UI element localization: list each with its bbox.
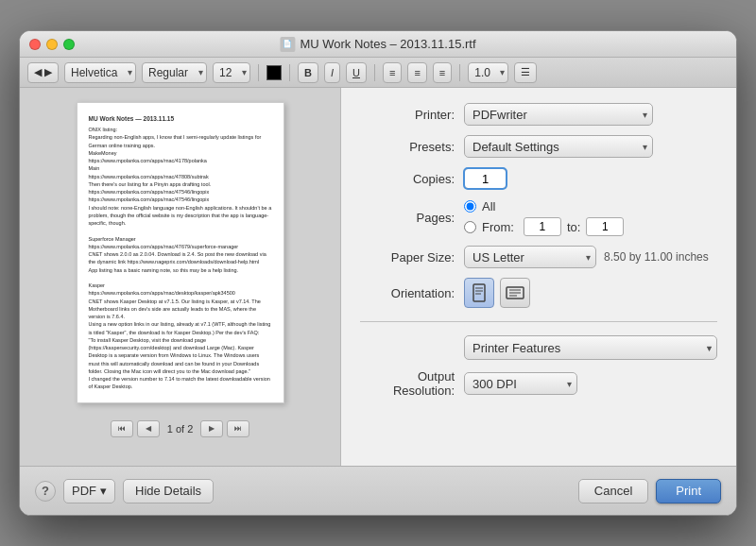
toolbar-divider-2: [289, 64, 290, 81]
settings-pane: Printer: PDFwriter Presets: Default Sett…: [341, 88, 736, 466]
presets-label: Presets:: [360, 140, 464, 154]
align-center-button[interactable]: ≡: [407, 62, 426, 83]
portrait-button[interactable]: [464, 278, 494, 308]
cancel-button[interactable]: Cancel: [578, 479, 648, 503]
pages-from-radio[interactable]: [464, 221, 476, 233]
size-select-wrapper: 12: [213, 62, 250, 83]
printer-select-wrapper: PDFwriter: [464, 103, 653, 126]
window-title: 📄 MU Work Notes – 2013.11.15.rtf: [280, 37, 475, 52]
bold-button[interactable]: B: [298, 62, 318, 83]
paper-size-select-wrapper: US Letter: [464, 246, 596, 268]
copies-input[interactable]: [464, 168, 507, 189]
minimize-button[interactable]: [46, 39, 58, 50]
preview-navigation: ⏮ ◀ 1 of 2 ▶ ⏭: [111, 420, 250, 437]
size-select[interactable]: 12: [213, 62, 250, 83]
pages-from-row: From: to:: [464, 217, 624, 236]
pages-to-label: to:: [567, 220, 580, 234]
pages-all-label: All: [482, 199, 495, 213]
spacing-select[interactable]: 1.0: [468, 62, 508, 83]
orientation-buttons: [464, 278, 530, 308]
pages-all-row: All: [464, 199, 624, 213]
printer-features-select-wrapper: Printer Features ▾: [464, 335, 717, 360]
output-resolution-select[interactable]: 300 DPI: [464, 372, 577, 395]
paper-size-row: Paper Size: US Letter 8.50 by 11.00 inch…: [360, 246, 717, 268]
first-page-button[interactable]: ⏮: [111, 420, 133, 437]
printer-row: Printer: PDFwriter: [360, 103, 717, 126]
font-select-wrapper: Helvetica: [64, 62, 136, 83]
paper-size-label: Paper Size:: [360, 250, 464, 264]
presets-select-wrapper: Default Settings: [464, 135, 653, 158]
maximize-button[interactable]: [63, 39, 75, 50]
italic-button[interactable]: I: [324, 62, 340, 83]
pdf-button[interactable]: PDF ▾: [63, 479, 115, 503]
hide-details-button[interactable]: Hide Details: [123, 479, 214, 503]
font-select[interactable]: Helvetica: [64, 62, 136, 83]
copies-row: Copies:: [360, 167, 717, 190]
presets-select[interactable]: Default Settings: [464, 135, 653, 158]
pdf-arrow-icon: ▾: [100, 484, 107, 498]
orientation-row: Orientation:: [360, 278, 717, 308]
svg-rect-0: [473, 284, 485, 301]
spacing-select-wrapper: 1.0: [468, 62, 508, 83]
close-button[interactable]: [29, 39, 41, 50]
portrait-icon: [472, 283, 487, 302]
next-page-button[interactable]: ▶: [200, 420, 223, 437]
pages-to-input[interactable]: [586, 217, 624, 236]
toolbar-divider-4: [459, 64, 460, 81]
section-separator: [360, 321, 717, 322]
output-resolution-row: Output Resolution: 300 DPI: [360, 369, 717, 398]
landscape-button[interactable]: [500, 278, 530, 308]
paper-size-controls: US Letter 8.50 by 11.00 inches: [464, 246, 709, 268]
prev-page-button[interactable]: ◀: [137, 420, 160, 437]
pages-all-radio[interactable]: [464, 200, 476, 213]
toolbar: ◀ ▶ Helvetica Regular 12 B I: [20, 58, 736, 88]
list-button[interactable]: ☰: [514, 62, 537, 83]
pages-row: Pages: All From: to:: [360, 199, 717, 236]
toolbar-divider-1: [258, 64, 259, 81]
output-resolution-select-wrapper: 300 DPI: [464, 372, 577, 395]
page-preview: MU Work Notes — 2013.11.15 ONIX listing:…: [77, 102, 284, 403]
printer-features-row: Printer Features ▾: [360, 335, 717, 360]
align-right-button[interactable]: ≡: [433, 62, 452, 83]
presets-row: Presets: Default Settings: [360, 135, 717, 158]
undo-redo-button[interactable]: ◀ ▶: [27, 62, 59, 83]
paper-size-select[interactable]: US Letter: [464, 246, 596, 268]
output-resolution-label: Output Resolution:: [360, 369, 464, 398]
printer-features-select[interactable]: Printer Features: [464, 335, 717, 360]
print-dialog: 📄 MU Work Notes – 2013.11.15.rtf ◀ ▶ Hel…: [19, 30, 737, 516]
document-icon: 📄: [280, 37, 295, 52]
preview-doc-title: MU Work Notes — 2013.11.15: [89, 114, 272, 123]
printer-label: Printer:: [360, 108, 464, 122]
orientation-label: Orientation:: [360, 286, 464, 300]
pages-label: Pages:: [360, 211, 464, 225]
preview-pane: MU Work Notes — 2013.11.15 ONIX listing:…: [20, 88, 341, 466]
title-bar: 📄 MU Work Notes – 2013.11.15.rtf: [20, 31, 736, 58]
paper-size-note: 8.50 by 11.00 inches: [604, 250, 709, 264]
printer-select[interactable]: PDFwriter: [464, 103, 653, 126]
pages-section: All From: to:: [464, 199, 624, 236]
last-page-button[interactable]: ⏭: [227, 420, 249, 437]
bottom-bar: ? PDF ▾ Hide Details Cancel Print: [20, 466, 736, 515]
main-content: MU Work Notes — 2013.11.15 ONIX listing:…: [20, 88, 736, 466]
print-button[interactable]: Print: [656, 479, 721, 503]
from-to-section: to:: [524, 217, 624, 236]
style-select[interactable]: Regular: [142, 62, 207, 83]
toolbar-divider-3: [374, 64, 375, 81]
landscape-icon: [506, 285, 524, 300]
pages-from-label: From:: [482, 220, 514, 234]
traffic-lights: [29, 39, 75, 50]
copies-label: Copies:: [360, 172, 464, 186]
help-button[interactable]: ?: [35, 481, 56, 502]
pages-from-input[interactable]: [524, 217, 561, 236]
style-select-wrapper: Regular: [142, 62, 207, 83]
page-indicator: 1 of 2: [163, 423, 198, 435]
preview-text-content: ONIX listing: Regarding non-English apps…: [89, 126, 272, 391]
color-swatch[interactable]: [266, 65, 282, 80]
align-left-button[interactable]: ≡: [383, 62, 402, 83]
underline-button[interactable]: U: [346, 62, 367, 83]
